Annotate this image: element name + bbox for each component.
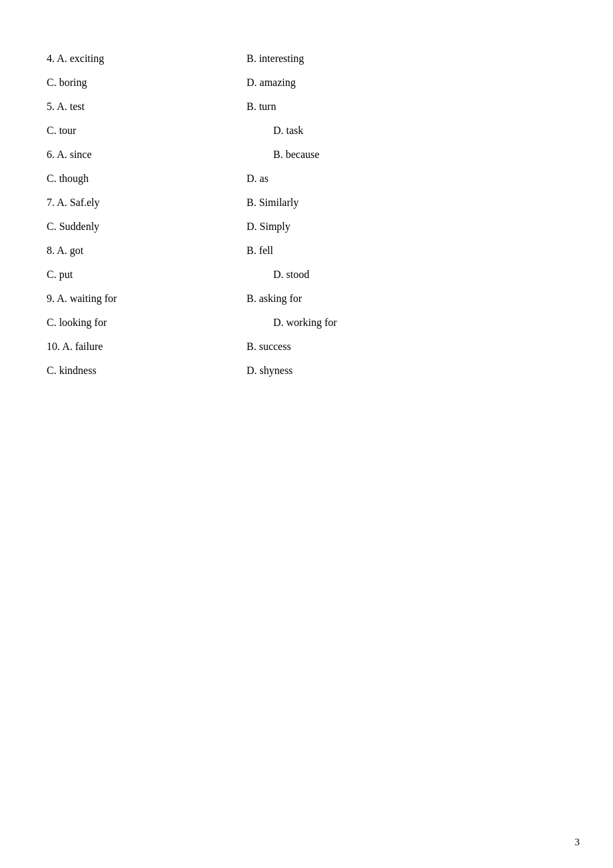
q4-option-a: A. exciting	[57, 53, 104, 64]
q10-option-d: D. shyness	[247, 365, 293, 376]
q4-number: 4.	[47, 53, 57, 64]
q6-option-b: B. because	[247, 149, 319, 160]
q10-option-c: C. kindness	[47, 365, 97, 376]
q8c-right: D. stood	[247, 263, 566, 287]
q7-option-d: D. Simply	[247, 221, 291, 232]
q9-left: 9. A. waiting for	[47, 287, 247, 311]
q10-option-b: B. success	[247, 341, 291, 352]
q6-option-d: D. as	[247, 173, 269, 184]
question-row-9c: C. looking for D. working for	[47, 311, 566, 335]
q4-left: 4. A. exciting	[47, 47, 247, 71]
q5-option-b: B. turn	[247, 101, 276, 112]
q7-number: 7.	[47, 197, 57, 208]
q9-option-a: A. waiting for	[57, 293, 117, 304]
main-content: 4. A. exciting B. interesting C. boring …	[0, 0, 613, 416]
q8-left: 8. A. got	[47, 239, 247, 263]
q7-right: B. Similarly	[247, 191, 566, 215]
question-row-4a: 4. A. exciting B. interesting	[47, 47, 566, 71]
q9-number: 9.	[47, 293, 57, 304]
q8-right: B. fell	[247, 239, 566, 263]
q5-option-a: A. test	[57, 101, 85, 112]
q6-right: B. because	[247, 143, 566, 167]
q8-option-a: A. got	[57, 245, 83, 256]
question-row-10a: 10. A. failure B. success	[47, 335, 566, 359]
q8-option-b: B. fell	[247, 245, 273, 256]
q5c-right: D. task	[247, 119, 566, 143]
q7c-right: D. Simply	[247, 215, 566, 239]
q6-option-c: C. though	[47, 173, 89, 184]
question-row-7a: 7. A. Saf.ely B. Similarly	[47, 191, 566, 215]
q5c-left: C. tour	[47, 119, 247, 143]
q7-option-c: C. Suddenly	[47, 221, 99, 232]
q4c-left: C. boring	[47, 71, 247, 95]
q4-right: B. interesting	[247, 47, 566, 71]
question-row-10c: C. kindness D. shyness	[47, 359, 566, 383]
q10-right: B. success	[247, 335, 566, 359]
q6c-right: D. as	[247, 167, 566, 191]
q6-left: 6. A. since	[47, 143, 247, 167]
q9-option-d: D. working for	[247, 317, 337, 328]
question-row-5c: C. tour D. task	[47, 119, 566, 143]
q10c-right: D. shyness	[247, 359, 566, 383]
q5-left: 5. A. test	[47, 95, 247, 119]
q4-option-d: D. amazing	[247, 77, 296, 88]
q9c-right: D. working for	[247, 311, 566, 335]
q7-left: 7. A. Saf.ely	[47, 191, 247, 215]
page-number: 3	[575, 837, 580, 848]
q9c-left: C. looking for	[47, 311, 247, 335]
q8c-left: C. put	[47, 263, 247, 287]
q4c-right: D. amazing	[247, 71, 566, 95]
q4-option-c: C. boring	[47, 77, 87, 88]
q10c-left: C. kindness	[47, 359, 247, 383]
q10-number: 10.	[47, 341, 62, 352]
q4-option-b: B. interesting	[247, 53, 304, 64]
question-row-5a: 5. A. test B. turn	[47, 95, 566, 119]
question-row-8c: C. put D. stood	[47, 263, 566, 287]
q8-option-d: D. stood	[247, 269, 309, 280]
q8-number: 8.	[47, 245, 57, 256]
q7-option-a: A. Saf.ely	[57, 197, 99, 208]
q5-number: 5.	[47, 101, 57, 112]
q10-option-a: A. failure	[62, 341, 103, 352]
q10-left: 10. A. failure	[47, 335, 247, 359]
question-row-6a: 6. A. since B. because	[47, 143, 566, 167]
q6-option-a: A. since	[57, 149, 91, 160]
q8-option-c: C. put	[47, 269, 73, 280]
q5-option-c: C. tour	[47, 125, 76, 136]
question-row-6c: C. though D. as	[47, 167, 566, 191]
q7-option-b: B. Similarly	[247, 197, 299, 208]
question-row-4c: C. boring D. amazing	[47, 71, 566, 95]
question-row-9a: 9. A. waiting for B. asking for	[47, 287, 566, 311]
q6c-left: C. though	[47, 167, 247, 191]
q9-right: B. asking for	[247, 287, 566, 311]
question-row-8a: 8. A. got B. fell	[47, 239, 566, 263]
q5-right: B. turn	[247, 95, 566, 119]
q7c-left: C. Suddenly	[47, 215, 247, 239]
q9-option-b: B. asking for	[247, 293, 302, 304]
q9-option-c: C. looking for	[47, 317, 107, 328]
q6-number: 6.	[47, 149, 57, 160]
question-row-7c: C. Suddenly D. Simply	[47, 215, 566, 239]
q5-option-d: D. task	[247, 125, 303, 136]
